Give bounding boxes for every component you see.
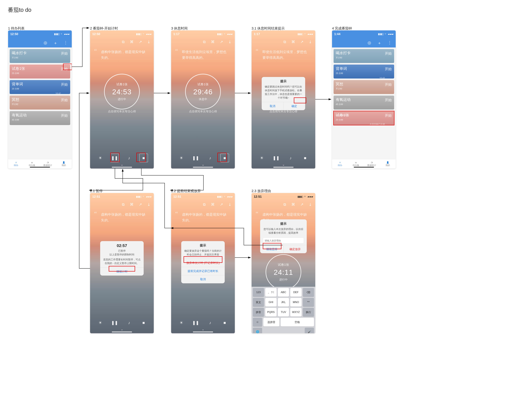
todo-card[interactable]: 冥想不计时开始 — [333, 80, 394, 94]
key[interactable]: 换行 — [303, 308, 314, 316]
toolbar-icon-3[interactable]: ↗ — [139, 202, 142, 207]
key[interactable]: TUV — [278, 308, 289, 316]
key[interactable]: 。？! — [265, 288, 276, 297]
key[interactable]: ABC — [278, 288, 289, 297]
toolbar-icon-4[interactable]: ⤓ — [228, 202, 232, 207]
tab-0[interactable]: ≡待办 — [8, 159, 24, 168]
toolbar-icon-2[interactable]: ⌘ — [211, 40, 215, 44]
pause-button[interactable]: ❚❚ — [110, 318, 119, 327]
toolbar-icon-2[interactable]: ⌘ — [211, 202, 215, 207]
toolbar-icon-2[interactable]: ⌘ — [130, 202, 134, 207]
key[interactable]: 英文 — [253, 298, 264, 307]
music-icon[interactable]: ♪ — [125, 154, 134, 162]
stop-button[interactable]: ■ — [139, 154, 148, 162]
chevron-down-icon[interactable]: ⌄ — [121, 327, 123, 331]
todo-card[interactable]: 冥想不计时开始 — [10, 96, 70, 110]
key[interactable]: ^^ — [303, 298, 314, 307]
todo-card[interactable]: 背单词25 分钟开始16:43 — [333, 65, 394, 78]
start-button[interactable]: 开始 — [385, 98, 392, 102]
pause-button[interactable]: ❚❚ — [191, 154, 200, 162]
tab-3[interactable]: 👤我的 — [56, 159, 72, 168]
brightness-icon[interactable]: ☀ — [96, 318, 105, 327]
start-button[interactable]: 开始 — [61, 98, 68, 102]
stop-button[interactable]: ■ — [301, 154, 309, 162]
key[interactable]: GHI — [265, 298, 276, 307]
finish-early-button[interactable]: 提前完成并记录已有时长 — [181, 267, 225, 275]
reason-input[interactable] — [263, 238, 304, 243]
more-icon[interactable]: ⋮ — [388, 40, 392, 46]
key[interactable]: 拼音 — [253, 308, 264, 316]
key[interactable]: ⌫ — [303, 288, 314, 297]
key[interactable]: WXYZ — [290, 308, 301, 316]
globe-key[interactable]: 🌐 — [253, 328, 262, 333]
chevron-down-icon[interactable]: ⌄ — [202, 163, 204, 166]
start-button[interactable]: 开始 — [385, 51, 392, 56]
start-button[interactable]: 开始 — [61, 67, 68, 71]
start-button[interactable]: 开始 — [61, 51, 68, 56]
confirm-abandon-button[interactable]: 确定放弃 — [284, 245, 307, 253]
toolbar-icon-1[interactable]: ⧉ — [283, 40, 286, 44]
key[interactable]: DEF — [290, 288, 301, 297]
chevron-down-icon[interactable]: ⌄ — [282, 163, 285, 166]
brightness-icon[interactable]: ☀ — [177, 318, 185, 327]
start-button[interactable]: 开始 — [61, 82, 68, 87]
plus-icon[interactable]: ＋ — [377, 40, 381, 46]
toolbar-icon-2[interactable]: ⌘ — [291, 202, 295, 207]
todo-card[interactable]: 有氧运动45 分钟开始 — [333, 96, 394, 110]
music-icon[interactable]: ♪ — [286, 154, 295, 162]
modal-ok-button[interactable]: 确定 — [284, 102, 305, 110]
key[interactable]: ☺ — [253, 318, 262, 326]
music-icon[interactable]: ♪ — [206, 318, 215, 327]
toolbar-icon-1[interactable]: ⧉ — [122, 202, 124, 207]
toolbar-icon-1[interactable]: ⧉ — [203, 202, 206, 207]
chevron-down-icon[interactable]: ⌄ — [202, 327, 204, 331]
toolbar-icon-4[interactable]: ⤓ — [147, 202, 150, 207]
key[interactable]: 选拼音 — [263, 318, 279, 326]
pin-icon[interactable]: ◎ — [44, 40, 47, 46]
todo-card[interactable]: 喝水打卡不计时开始 — [333, 49, 394, 63]
chevron-down-icon[interactable]: ⌄ — [121, 163, 123, 166]
music-icon[interactable]: ♪ — [125, 318, 134, 327]
brightness-icon[interactable]: ☀ — [96, 154, 105, 162]
todo-card[interactable]: 喝水打卡不计时开始 — [10, 49, 70, 63]
pause-button[interactable]: ❚❚ — [191, 318, 200, 327]
toolbar-icon-3[interactable]: ↗ — [139, 40, 142, 44]
abandon-button[interactable]: 放弃本次计时 (不记录时长) — [181, 259, 225, 267]
start-button[interactable]: 开始 — [61, 113, 68, 118]
cancel-button[interactable]: 取消 — [181, 275, 225, 283]
toolbar-icon-4[interactable]: ⤓ — [147, 40, 150, 44]
key[interactable]: MNO — [290, 298, 301, 307]
note-hint[interactable]: 点击填写本次专注心得 — [171, 110, 235, 113]
stop-button[interactable]: ■ — [220, 154, 229, 162]
key[interactable]: JKL — [278, 298, 289, 307]
todo-card[interactable]: 有氧运动45 分钟开始 — [10, 111, 70, 125]
toolbar-icon-4[interactable]: ⤓ — [228, 40, 232, 44]
start-button[interactable]: 开始 — [385, 82, 392, 87]
brightness-icon[interactable]: ☀ — [177, 154, 185, 162]
modal-cancel-button[interactable]: 取消 — [262, 102, 284, 110]
keep-going-button[interactable]: 继续坚持 — [260, 245, 284, 253]
continue-timer-button[interactable]: 继续计时 — [100, 267, 144, 276]
toolbar-icon-4[interactable]: ⤓ — [309, 40, 312, 44]
stop-button[interactable]: ■ — [139, 318, 148, 327]
todo-card[interactable]: 试卷1张25 分钟开始 — [10, 65, 70, 78]
pause-button[interactable]: ❚❚ — [110, 154, 119, 162]
toolbar-icon-3[interactable]: ↗ — [220, 40, 223, 44]
pin-icon[interactable]: ◎ — [368, 40, 371, 46]
note-hint[interactable]: 点击填写本次专注心得 — [90, 110, 154, 113]
start-button[interactable]: 开始 — [385, 113, 392, 118]
start-button[interactable]: 开始 — [385, 67, 392, 71]
toolbar-icon-3[interactable]: ↗ — [300, 202, 303, 207]
toolbar-icon-1[interactable]: ⧉ — [203, 40, 206, 44]
toolbar-icon-2[interactable]: ⌘ — [130, 40, 134, 44]
todo-card[interactable]: 试卷1张25 分钟开始今日目标已达成 — [333, 111, 394, 125]
mic-key[interactable]: 🎤 — [305, 328, 314, 333]
toolbar-icon-3[interactable]: ↗ — [220, 202, 223, 207]
toolbar-icon-1[interactable]: ⧉ — [122, 40, 124, 44]
tab-3[interactable]: 👤我的 — [380, 159, 396, 168]
more-icon[interactable]: ⋮ — [64, 40, 68, 46]
music-icon[interactable]: ♪ — [206, 154, 215, 162]
todo-card[interactable]: 背单词25 分钟开始16:42 — [10, 80, 70, 94]
key[interactable]: 空格 — [281, 318, 314, 326]
stop-button[interactable]: ■ — [220, 318, 229, 327]
